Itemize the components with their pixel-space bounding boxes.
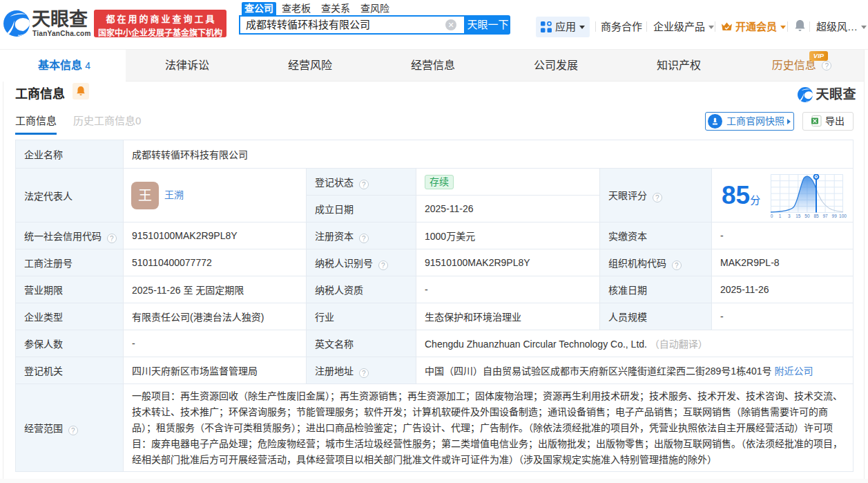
svg-text:100: 100 bbox=[839, 214, 847, 218]
svg-text:1: 1 bbox=[779, 214, 782, 218]
svg-text:99: 99 bbox=[832, 214, 838, 218]
svg-text:3: 3 bbox=[788, 214, 791, 218]
svg-text:15: 15 bbox=[795, 214, 801, 218]
svg-text:97: 97 bbox=[823, 214, 829, 218]
svg-text:0: 0 bbox=[771, 214, 773, 218]
svg-text:85: 85 bbox=[814, 214, 820, 218]
svg-text:50: 50 bbox=[804, 214, 810, 218]
